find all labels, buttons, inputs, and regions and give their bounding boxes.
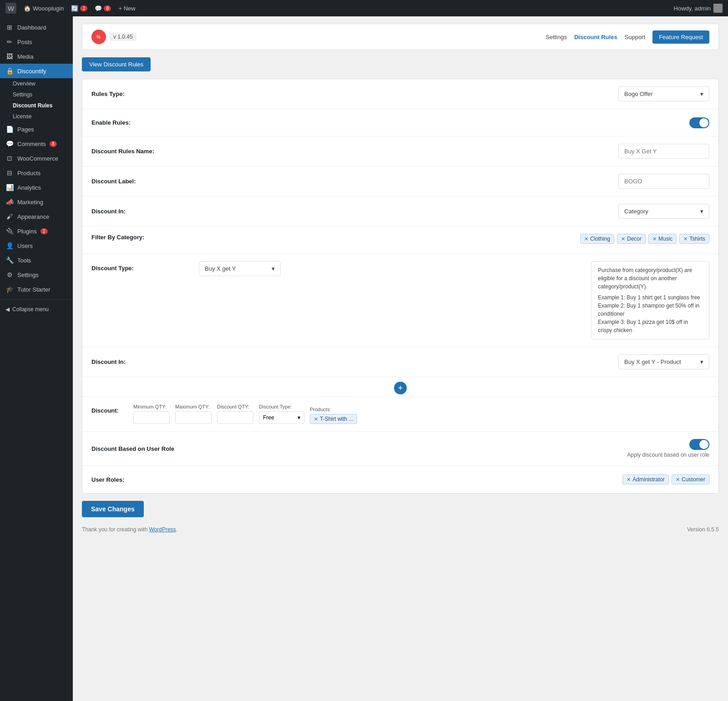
- discount-label-input[interactable]: [618, 174, 709, 189]
- sidebar: ⊞ Dashboard ✏ Posts 🖼 Media 🔒 Discountif…: [0, 16, 73, 701]
- discount-type-select[interactable]: Buy X get Y ▾: [199, 261, 281, 276]
- sidebar-item-posts[interactable]: ✏ Posts: [0, 35, 73, 49]
- bar-new[interactable]: + New: [118, 5, 135, 12]
- sidebar-item-products[interactable]: ⊟ Products: [0, 166, 73, 180]
- avatar: [713, 4, 723, 13]
- sidebar-item-label: Pages: [17, 126, 34, 133]
- enable-rules-control: [192, 117, 709, 128]
- settings-icon: ⚙: [5, 271, 14, 278]
- enable-rules-label: Enable Rules:: [91, 119, 192, 126]
- sidebar-item-marketing[interactable]: 📣 Marketing: [0, 195, 73, 209]
- tag-decor-remove[interactable]: ✕: [621, 236, 625, 242]
- sidebar-item-pages[interactable]: 📄 Pages: [0, 122, 73, 136]
- save-section: Save Changes: [82, 494, 719, 521]
- sidebar-item-plugins[interactable]: 🔌 Plugins 2: [0, 224, 73, 238]
- version-text: Version 6.5.5: [687, 526, 719, 533]
- comment-icon: 💬: [95, 5, 102, 12]
- discount-in-select-2[interactable]: Buy X get Y - Product ▾: [618, 354, 709, 369]
- sidebar-item-appearance[interactable]: 🖌 Appearance: [0, 209, 73, 224]
- filter-category-row: Filter By Category: ✕ Clothing ✕ Decor ✕: [82, 227, 718, 254]
- footer: Thank you for creating with WordPress. V…: [82, 521, 719, 538]
- chevron-down-icon: ▾: [700, 358, 703, 365]
- save-changes-button[interactable]: Save Changes: [82, 501, 144, 517]
- user-roles-row: User Roles: ✕ Administrator ✕ Customer: [82, 466, 718, 493]
- discount-main-label: Discount:: [91, 407, 128, 424]
- discount-qty-input[interactable]: [217, 411, 253, 424]
- sidebar-item-comments[interactable]: 💬 Comments 8: [0, 136, 73, 151]
- notification-icon: 🔄: [71, 5, 78, 12]
- user-roles-label: User Roles:: [91, 476, 192, 483]
- enable-rules-toggle[interactable]: [689, 117, 709, 128]
- posts-icon: ✏: [5, 38, 14, 45]
- discount-tooltip: Purchase from category/product(X) are el…: [591, 261, 709, 339]
- sidebar-sub-overview[interactable]: Overview: [0, 78, 73, 89]
- sidebar-item-label: Marketing: [17, 199, 43, 206]
- discountify-icon: 🔒: [5, 67, 14, 75]
- bar-notifications[interactable]: 🔄 2: [71, 5, 87, 12]
- nav-settings[interactable]: Settings: [546, 34, 567, 40]
- add-discount-button[interactable]: +: [394, 382, 407, 394]
- sidebar-sub-settings[interactable]: Settings: [0, 89, 73, 100]
- marketing-icon: 📣: [5, 198, 14, 206]
- discount-label-control: [192, 174, 709, 189]
- tag-tshirts-remove[interactable]: ✕: [683, 236, 688, 242]
- user-role-toggle[interactable]: [689, 439, 709, 450]
- tag-decor: ✕ Decor: [617, 234, 646, 244]
- sidebar-item-discountify[interactable]: 🔒 Discountify: [0, 64, 73, 78]
- home-icon: 🏠: [24, 5, 31, 12]
- discount-type-select-small[interactable]: Free ▾: [259, 411, 304, 424]
- bar-site-name[interactable]: 🏠 Woooplugin: [24, 5, 64, 12]
- chevron-down-icon: ▾: [272, 265, 275, 272]
- analytics-icon: 📊: [5, 184, 14, 191]
- plugin-logo-area: % v 1.0.45: [91, 30, 136, 44]
- sidebar-sub-license[interactable]: License: [0, 111, 73, 122]
- sidebar-item-settings[interactable]: ⚙ Settings: [0, 267, 73, 282]
- footer-wordpress-link[interactable]: WordPress: [149, 526, 176, 533]
- tag-administrator-remove[interactable]: ✕: [627, 477, 631, 483]
- sidebar-item-analytics[interactable]: 📊 Analytics: [0, 180, 73, 195]
- sidebar-item-label: Comments: [17, 141, 46, 147]
- sidebar-item-users[interactable]: 👤 Users: [0, 238, 73, 253]
- nav-discount-rules[interactable]: Discount Rules: [574, 34, 617, 40]
- nav-support[interactable]: Support: [625, 34, 646, 40]
- max-qty-group: Maximum QTY:: [175, 404, 212, 424]
- sidebar-item-media[interactable]: 🖼 Media: [0, 49, 73, 64]
- sidebar-divider: [0, 299, 73, 300]
- sidebar-item-dashboard[interactable]: ⊞ Dashboard: [0, 20, 73, 35]
- plugin-version: v 1.0.45: [110, 33, 136, 41]
- tag-music-remove[interactable]: ✕: [652, 236, 657, 242]
- tag-clothing-remove[interactable]: ✕: [584, 236, 588, 242]
- products-col: Products: ✕ T-Shirt with ...: [310, 407, 357, 424]
- rules-type-select[interactable]: Bogo Offer ▾: [618, 86, 709, 101]
- collapse-menu-button[interactable]: ◀ Collapse menu: [0, 303, 73, 316]
- min-qty-input[interactable]: [133, 411, 170, 424]
- sidebar-item-tools[interactable]: 🔧 Tools: [0, 253, 73, 267]
- user-role-right: Apply discount based on user role: [627, 439, 709, 458]
- bar-comments[interactable]: 💬 8: [95, 5, 111, 12]
- discount-in-control: Category ▾: [192, 204, 709, 219]
- sidebar-sub-discount-rules[interactable]: Discount Rules: [0, 100, 73, 111]
- min-qty-label: Minimum QTY:: [133, 404, 170, 409]
- sidebar-item-label: Media: [17, 53, 33, 60]
- wp-logo-icon[interactable]: W: [5, 3, 16, 14]
- discount-in-row-2: Discount In: Buy X get Y - Product ▾: [82, 347, 718, 377]
- max-qty-input[interactable]: [175, 411, 212, 424]
- min-qty-group: Minimum QTY:: [133, 404, 170, 424]
- rules-name-row: Discount Rules Name:: [82, 136, 718, 166]
- tag-customer-remove[interactable]: ✕: [676, 477, 680, 483]
- user-roles-control: ✕ Administrator ✕ Customer: [192, 474, 709, 484]
- rules-type-control: Bogo Offer ▾: [192, 86, 709, 101]
- product-tag-remove[interactable]: ✕: [314, 416, 318, 422]
- sidebar-item-label: Tutor Starter: [17, 286, 50, 293]
- feature-request-button[interactable]: Feature Request: [652, 30, 709, 44]
- sidebar-item-woocommerce[interactable]: ⊡ WooCommerce: [0, 151, 73, 166]
- tag-music: ✕ Music: [648, 234, 677, 244]
- rules-name-input[interactable]: [618, 144, 709, 159]
- sidebar-item-tutor[interactable]: 🎓 Tutor Starter: [0, 282, 73, 297]
- discount-in-select[interactable]: Category ▾: [618, 204, 709, 219]
- view-discount-rules-button[interactable]: View Discount Rules: [82, 57, 151, 71]
- discount-type-label: Discount Type:: [91, 261, 192, 272]
- products-icon: ⊟: [5, 169, 14, 177]
- chevron-down-icon: ▾: [298, 414, 300, 421]
- tag-clothing: ✕ Clothing: [580, 234, 614, 244]
